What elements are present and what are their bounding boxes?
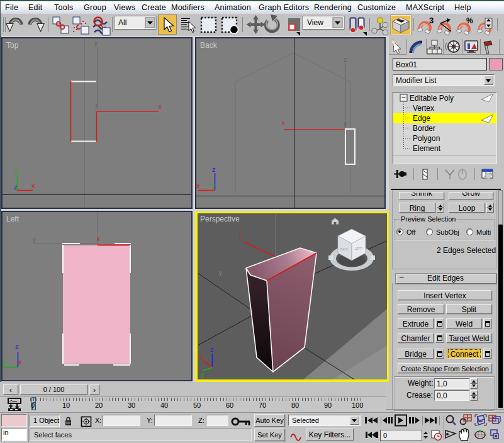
svg-text:x: x <box>196 182 200 189</box>
svg-text:z: z <box>15 342 19 350</box>
svg-text:x: x <box>18 358 22 366</box>
svg-text:Border: Border <box>413 124 435 133</box>
svg-text:x: x <box>200 353 204 361</box>
svg-text:z: z <box>344 56 347 63</box>
svg-text:y: y <box>219 269 222 276</box>
svg-text:y: y <box>201 371 204 378</box>
svg-text:LEFT: LEFT <box>355 247 362 250</box>
svg-text:Polygon: Polygon <box>413 134 440 143</box>
svg-text:Vertex: Vertex <box>413 104 434 113</box>
svg-text:Back: Back <box>200 41 218 50</box>
svg-text:y: y <box>14 167 18 174</box>
svg-text:x: x <box>31 182 35 189</box>
svg-text:x: x <box>159 103 162 110</box>
svg-text:Edge: Edge <box>413 114 430 123</box>
svg-text:View: View <box>307 18 323 27</box>
svg-text:Editable Poly: Editable Poly <box>410 94 454 103</box>
svg-text:z: z <box>95 102 98 109</box>
svg-text:y: y <box>211 182 215 189</box>
svg-text:BACK: BACK <box>340 248 348 251</box>
svg-text:y: y <box>33 236 36 243</box>
svg-text:y: y <box>94 40 98 47</box>
svg-text:0: 0 <box>383 432 387 439</box>
svg-text:y: y <box>344 120 347 127</box>
svg-text:z: z <box>210 345 214 353</box>
svg-text:Left: Left <box>6 215 20 223</box>
svg-text:%: % <box>466 16 473 25</box>
svg-text:x: x <box>239 233 242 240</box>
svg-text:Element: Element <box>413 144 441 153</box>
svg-text:x: x <box>97 235 100 242</box>
svg-text:Perspective: Perspective <box>200 215 240 223</box>
svg-text:z: z <box>14 183 18 191</box>
svg-text:All: All <box>118 18 126 27</box>
svg-text:3: 3 <box>429 16 434 25</box>
svg-text:z: z <box>212 165 216 173</box>
svg-text:Top: Top <box>6 41 19 50</box>
svg-text:x: x <box>282 120 285 126</box>
svg-text:y: y <box>3 359 6 366</box>
